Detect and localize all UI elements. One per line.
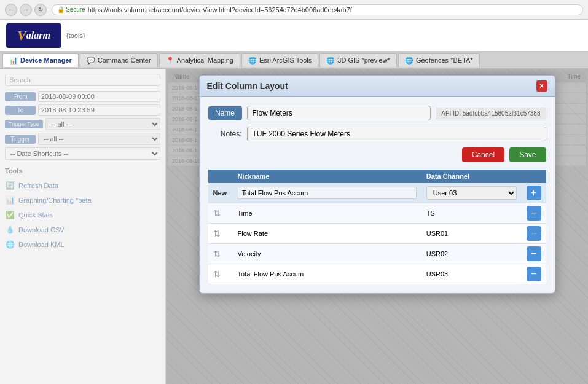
- new-channel-cell: User 03 User 01 User 02 User 04 TS: [421, 183, 522, 203]
- tab-esri-label: Esri ArcGIS Tools: [259, 57, 312, 64]
- trigger-type-label: Trigger Type: [5, 120, 43, 128]
- date-shortcuts-select[interactable]: -- Date Shortcuts --: [5, 147, 160, 160]
- remove-row-button-3[interactable]: −: [527, 267, 541, 281]
- sort-handle-icon[interactable]: ⇅: [213, 249, 221, 259]
- tab-esri[interactable]: 🌐 Esri ArcGIS Tools: [241, 53, 318, 67]
- column-table-body: New User 03 User 01 User 02: [208, 183, 546, 284]
- tool-quick-stats-label: Quick Stats: [18, 211, 53, 219]
- to-label: To: [5, 106, 36, 115]
- search-input[interactable]: [5, 74, 160, 86]
- sort-handle-icon[interactable]: ⇅: [213, 208, 221, 218]
- new-row-label-cell: New: [208, 183, 233, 203]
- col-channel-header: Data Channel: [421, 170, 522, 183]
- tab-device-manager[interactable]: 📊 Device Manager: [2, 53, 79, 67]
- tools-section: Tools 🔄 Refresh Data 📊 Graphing/Charting…: [5, 167, 160, 252]
- trigger-row: Trigger -- all --: [5, 133, 160, 145]
- trigger-type-select[interactable]: -- all --: [45, 118, 160, 130]
- channel-cell-2: USR02: [421, 244, 522, 264]
- cancel-button[interactable]: Cancel: [462, 147, 504, 162]
- sort-handle-icon[interactable]: ⇅: [213, 229, 221, 238]
- notes-input[interactable]: [247, 127, 546, 141]
- stats-icon: ✅: [5, 210, 15, 220]
- notes-form-row: Notes:: [208, 127, 546, 141]
- tab-analytical-mapping-label: Analytical Mapping: [177, 57, 233, 64]
- refresh-button[interactable]: ↻: [34, 4, 47, 16]
- trigger-select[interactable]: -- all --: [38, 133, 160, 145]
- action-cell-2: −: [522, 244, 546, 264]
- address-bar[interactable]: 🔒 Secure https://tools.valarm.net/accoun…: [52, 4, 583, 15]
- trigger-type-row: Trigger Type -- all --: [5, 118, 160, 130]
- tab-command-center-label: Command Center: [98, 57, 151, 64]
- remove-row-button-2[interactable]: −: [527, 246, 541, 261]
- tool-refresh[interactable]: 🔄 Refresh Data: [5, 178, 160, 193]
- to-input[interactable]: [38, 104, 160, 116]
- tab-geofences-label: Geofences *BETA*: [416, 57, 473, 64]
- device-manager-icon: 📊: [9, 57, 18, 65]
- chart-icon: 📊: [5, 195, 15, 205]
- tool-download-csv[interactable]: 💧 Download CSV: [5, 222, 160, 237]
- tool-graphing-label: Graphing/Charting *beta: [18, 197, 92, 204]
- column-table-header: Nickname Data Channel: [208, 170, 546, 183]
- table-row: ⇅ Time TS −: [208, 203, 546, 224]
- action-cell-3: −: [522, 264, 546, 284]
- remove-row-button-1[interactable]: −: [527, 226, 541, 241]
- action-cell-0: −: [522, 203, 546, 224]
- csv-icon: 💧: [5, 225, 15, 235]
- notes-label: Notes:: [208, 130, 242, 138]
- nav-buttons: ← → ↻: [5, 4, 47, 16]
- channel-cell-3: USR03: [421, 264, 522, 284]
- tab-3d-gis-label: 3D GIS *preview*: [337, 57, 390, 64]
- modal-title: Edit Column Layout: [207, 81, 288, 91]
- new-action-cell: +: [522, 183, 546, 203]
- tools-label: {tools}: [66, 32, 85, 39]
- geofences-icon: 🌐: [405, 57, 414, 65]
- tools-title: Tools: [5, 167, 160, 174]
- back-button[interactable]: ←: [5, 4, 17, 16]
- logo-image: Valarm: [6, 23, 61, 48]
- remove-row-button-0[interactable]: −: [527, 206, 541, 221]
- tab-geofences[interactable]: 🌐 Geofences *BETA*: [398, 53, 480, 67]
- kml-icon: 🌐: [5, 240, 15, 249]
- forward-button[interactable]: →: [20, 4, 32, 16]
- sidebar-search: [5, 74, 160, 86]
- logo: Valarm: [6, 23, 61, 48]
- sidebar: From To Trigger Type -- all -- Trigger -…: [0, 69, 166, 384]
- tab-3d-gis[interactable]: 🌐 3D GIS *preview*: [319, 53, 397, 67]
- app-header: Valarm {tools}: [0, 20, 588, 52]
- name-input[interactable]: [247, 106, 431, 120]
- trigger-label: Trigger: [5, 135, 36, 144]
- secure-label: Secure: [66, 6, 85, 13]
- nav-tabs: 📊 Device Manager 💬 Command Center 📍 Anal…: [0, 52, 588, 69]
- tool-download-kml[interactable]: 🌐 Download KML: [5, 237, 160, 252]
- new-nickname-input[interactable]: [238, 187, 417, 199]
- tab-command-center[interactable]: 💬 Command Center: [80, 53, 158, 67]
- tool-quick-stats[interactable]: ✅ Quick Stats: [5, 208, 160, 222]
- action-cell-1: −: [522, 224, 546, 244]
- sort-handle-icon[interactable]: ⇅: [213, 269, 221, 279]
- table-row: ⇅ Total Flow Pos Accum USR03 −: [208, 264, 546, 284]
- from-label: From: [5, 92, 36, 101]
- from-input[interactable]: [38, 91, 160, 102]
- 3d-gis-icon: 🌐: [326, 57, 335, 65]
- table-row: ⇅ Flow Rate USR01 −: [208, 224, 546, 244]
- add-row-button[interactable]: +: [527, 186, 541, 200]
- sort-handle-cell-1: ⇅: [208, 224, 233, 244]
- tab-analytical-mapping[interactable]: 📍 Analytical Mapping: [159, 53, 240, 67]
- modal-actions: Cancel Save: [208, 147, 546, 162]
- url-text: https://tools.valarm.net/account/deviceV…: [88, 6, 352, 14]
- lock-icon: 🔒: [57, 6, 65, 13]
- api-id-badge: API ID: 5adfcbba4158052f31c57388: [436, 108, 546, 119]
- esri-icon: 🌐: [248, 57, 257, 65]
- save-button[interactable]: Save: [509, 147, 546, 162]
- analytical-mapping-icon: 📍: [166, 57, 174, 65]
- modal-overlay: Edit Column Layout × Name API ID: 5adfcb…: [166, 69, 588, 384]
- sort-handle-cell-0: ⇅: [208, 203, 233, 224]
- to-filter-row: To: [5, 104, 160, 116]
- new-channel-select[interactable]: User 03 User 01 User 02 User 04 TS: [426, 186, 517, 200]
- nickname-cell-3: Total Flow Pos Accum: [233, 264, 421, 284]
- from-filter-row: From: [5, 91, 160, 102]
- tool-download-kml-label: Download KML: [18, 241, 65, 248]
- column-table: Nickname Data Channel New: [208, 170, 546, 284]
- tool-graphing[interactable]: 📊 Graphing/Charting *beta: [5, 193, 160, 208]
- modal-close-button[interactable]: ×: [536, 80, 547, 92]
